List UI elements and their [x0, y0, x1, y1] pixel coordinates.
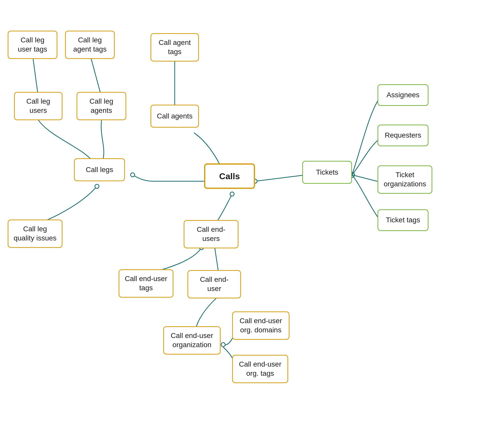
call-agent-tags-node: Call agent tags	[150, 33, 199, 62]
svg-point-8	[230, 192, 234, 196]
call-end-user-org-tags-node: Call end-user org. tags	[232, 355, 288, 383]
call-leg-user-tags-node: Call leg user tags	[8, 31, 57, 59]
call-end-users-node: Call end-users	[184, 220, 238, 248]
ticket-tags-node: Ticket tags	[377, 209, 429, 231]
svg-point-1	[131, 173, 135, 177]
call-end-user-node: Call end-user	[187, 270, 241, 298]
svg-point-7	[95, 184, 99, 188]
requesters-node: Requesters	[377, 125, 429, 146]
ticket-organizations-node: Ticket organizations	[377, 165, 432, 194]
call-leg-quality-node: Call leg quality issues	[8, 220, 62, 248]
call-end-user-tags-node: Call end-user tags	[119, 269, 173, 298]
call-leg-agent-tags-node: Call leg agent tags	[65, 31, 115, 59]
calls-node: Calls	[204, 163, 255, 189]
assignees-node: Assignees	[377, 84, 429, 106]
tickets-node: Tickets	[302, 161, 352, 184]
call-leg-users-node: Call leg users	[14, 92, 62, 120]
call-end-user-org-domains-node: Call end-user org. domains	[232, 311, 289, 340]
call-agents-node: Call agents	[150, 105, 199, 128]
call-leg-agents-node: Call leg agents	[77, 92, 126, 120]
svg-point-11	[221, 343, 225, 347]
call-legs-node: Call legs	[74, 158, 125, 181]
call-end-user-org-node: Call end-user organization	[163, 326, 221, 355]
